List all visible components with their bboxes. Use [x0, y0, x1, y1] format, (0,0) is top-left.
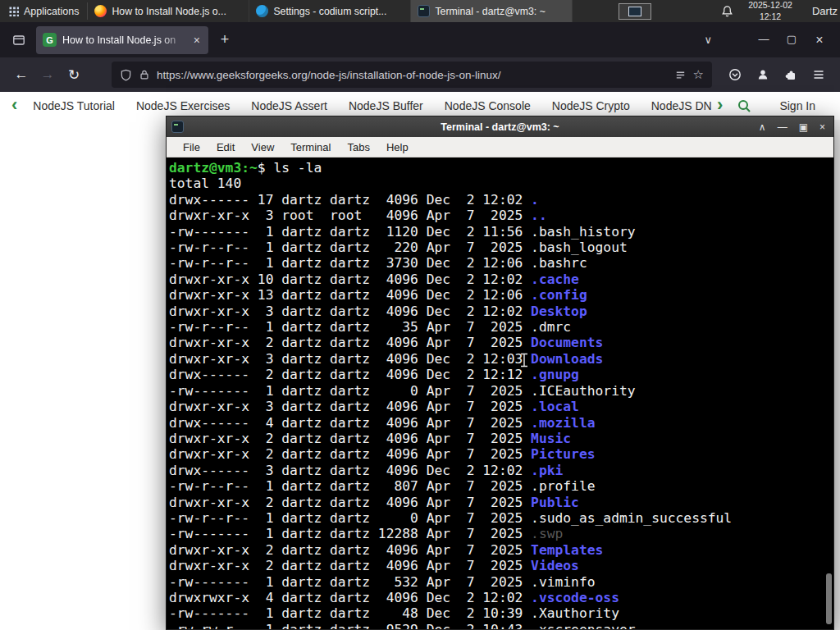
terminal-line: drwxr-xr-x 3 dartz dartz 4096 Apr 7 2025… [169, 399, 822, 414]
workspace-window-thumb [628, 7, 641, 16]
file-name: Downloads [531, 351, 603, 367]
terminal-line: -rw------- 1 dartz dartz 532 Apr 7 2025 … [169, 574, 822, 590]
nav-next-icon[interactable]: › [712, 96, 728, 116]
browser-tab[interactable]: G How to Install Node.js on × [36, 26, 208, 54]
site-nav-link[interactable]: NodeJS Assert [240, 99, 338, 112]
terminal-titlebar[interactable]: Terminal - dartz@vm3: ~ ∧ — ▣ × [167, 116, 833, 137]
terminal-menu-item[interactable]: Edit [208, 141, 243, 153]
file-meta: drwxr-xr-x 2 dartz dartz 4096 Apr 7 2025 [169, 335, 531, 350]
clock[interactable]: 2025-12-02 12:12 [742, 0, 799, 22]
file-name: .profile [531, 478, 595, 494]
file-meta: -rw------- 1 dartz dartz 12288 Apr 7 202… [169, 526, 531, 541]
terminal-line: -rw-r--r-- 1 dartz dartz 3730 Dec 2 12:0… [169, 255, 822, 271]
file-name: .mozilla [531, 415, 595, 431]
terminal-line: -rw------- 1 dartz dartz 48 Dec 2 10:39 … [169, 605, 822, 621]
terminal-window: Terminal - dartz@vm3: ~ ∧ — ▣ × FileEdit… [166, 116, 834, 630]
tab-close-button[interactable]: × [192, 34, 202, 47]
new-tab-button[interactable]: + [213, 29, 236, 52]
terminal-menu-item[interactable]: Help [378, 141, 417, 153]
sign-in-button[interactable]: Sign In [761, 99, 830, 112]
file-name: .config [531, 287, 587, 303]
shade-button[interactable]: ∧ [759, 121, 766, 133]
file-name: .pki [531, 463, 563, 478]
forward-button[interactable]: → [34, 62, 61, 88]
terminal-scrollbar[interactable] [824, 158, 833, 629]
terminal-line: drwxr-xr-x 2 dartz dartz 4096 Apr 7 2025… [169, 446, 822, 462]
firefox-view-icon [12, 34, 25, 47]
nav-prev-icon[interactable]: ‹ [7, 96, 22, 116]
terminal-line: drwxr-xr-x 2 dartz dartz 4096 Apr 7 2025… [169, 558, 822, 573]
terminal-maximize-button[interactable]: ▣ [799, 121, 808, 133]
taskbar-button-codium[interactable]: Settings - codium script... [249, 0, 411, 22]
toolbar-icons [722, 62, 832, 88]
page-scrollbar[interactable] [834, 120, 840, 630]
file-name: .viminfo [531, 574, 595, 590]
terminal-output-area[interactable]: dartz@vm3:~$ ls -la total 140 drwx------… [167, 158, 833, 629]
site-nav-link[interactable]: NodeJS Buffer [338, 99, 434, 112]
terminal-line: -rw------- 1 dartz dartz 1120 Dec 2 11:5… [169, 224, 822, 240]
maximize-button[interactable]: ▢ [778, 33, 806, 48]
url-text[interactable]: https://www.geeksforgeeks.org/node-js/in… [157, 69, 668, 81]
terminal-menu-item[interactable]: View [243, 141, 282, 153]
file-meta: -rw-r--r-- 1 dartz dartz 3730 Dec 2 12:0… [169, 255, 531, 271]
user-menu-button[interactable]: Dartz [799, 0, 840, 22]
tab-title: How to Install Node.js on [62, 34, 186, 46]
pocket-icon[interactable] [722, 62, 748, 88]
site-nav-link[interactable]: NodeJS Tutorial [22, 99, 126, 112]
file-meta: drwxr-xr-x 2 dartz dartz 4096 Apr 7 2025 [169, 495, 531, 510]
site-nav-link[interactable]: NodeJS Console [434, 99, 541, 112]
file-meta: -rw------- 1 dartz dartz 48 Dec 2 10:39 [169, 605, 531, 621]
file-name: Public [531, 495, 579, 510]
clock-time: 12:12 [748, 11, 792, 22]
url-bar[interactable]: https://www.geeksforgeeks.org/node-js/in… [112, 62, 712, 88]
taskbar-button-terminal[interactable]: Terminal - dartz@vm3: ~ [411, 0, 573, 22]
menu-icon[interactable] [806, 62, 832, 88]
search-icon [737, 99, 751, 113]
search-button[interactable] [728, 99, 761, 113]
terminal-menu-item[interactable]: Tabs [339, 141, 377, 153]
tabbar-right: ∨ — ▢ × [694, 33, 840, 48]
file-meta: drwxr-xr-x 2 dartz dartz 4096 Apr 7 2025 [169, 431, 531, 446]
back-button[interactable]: ← [8, 62, 34, 88]
site-nav-link[interactable]: NodeJS Crypto [541, 99, 641, 112]
file-meta: drwxr-xr-x 2 dartz dartz 4096 Apr 7 2025 [169, 446, 531, 462]
codium-icon [256, 5, 268, 17]
terminal-line: -rw-r--r-- 1 dartz dartz 0 Apr 7 2025 .s… [169, 510, 822, 526]
file-meta: -rw------- 1 dartz dartz 1120 Dec 2 11:5… [169, 224, 531, 240]
close-button[interactable]: × [806, 33, 833, 48]
lock-icon[interactable] [139, 69, 150, 80]
applications-label: Applications [24, 6, 79, 17]
terminal-menu-item[interactable]: File [175, 141, 208, 153]
firefox-view-button[interactable] [8, 30, 30, 51]
terminal-menu-item[interactable]: Terminal [282, 141, 339, 153]
file-name: .bashrc [531, 255, 587, 271]
task-label: Terminal - dartz@vm3: ~ [435, 6, 545, 17]
bookmark-star-icon[interactable]: ☆ [693, 67, 704, 82]
terminal-prompt-line: dartz@vm3:~$ ls -la [169, 160, 822, 176]
reader-view-icon[interactable] [674, 69, 687, 81]
terminal-menubar: FileEditViewTerminalTabsHelp [167, 137, 833, 158]
extensions-icon[interactable] [778, 62, 804, 88]
tracking-shield-icon[interactable] [120, 69, 132, 81]
site-nav-links: NodeJS TutorialNodeJS ExercisesNodeJS As… [22, 99, 712, 112]
site-nav-link[interactable]: NodeJS Exercises [126, 99, 240, 112]
file-meta: drwxr-xr-x 10 dartz dartz 4096 Dec 2 12:… [169, 272, 531, 287]
account-icon[interactable] [750, 62, 776, 88]
shell-prompt: dartz@vm3:~ [169, 160, 258, 176]
terminal-minimize-button[interactable]: — [778, 121, 788, 133]
list-all-tabs-button[interactable]: ∨ [694, 34, 722, 46]
terminal-line: drwx------ 17 dartz dartz 4096 Dec 2 12:… [169, 192, 822, 208]
file-name: .sudo_as_admin_successful [531, 510, 732, 526]
applications-menu-button[interactable]: Applications [0, 0, 87, 22]
window-controls: — ▢ × [750, 33, 833, 48]
file-meta: -rw-r--r-- 1 dartz dartz 807 Apr 7 2025 [169, 478, 531, 494]
workspace-switcher[interactable] [619, 3, 651, 20]
minimize-button[interactable]: — [750, 33, 778, 48]
reload-button[interactable]: ↻ [61, 62, 87, 88]
file-name: .xscreensaver [531, 622, 635, 629]
taskbar-button-firefox[interactable]: How to Install Node.js o... [88, 0, 249, 22]
terminal-close-button[interactable]: × [819, 121, 825, 133]
terminal-scrollbar-thumb[interactable] [826, 573, 832, 624]
notifications-button[interactable] [713, 0, 742, 22]
site-nav-link[interactable]: NodeJS DNS [641, 99, 712, 112]
